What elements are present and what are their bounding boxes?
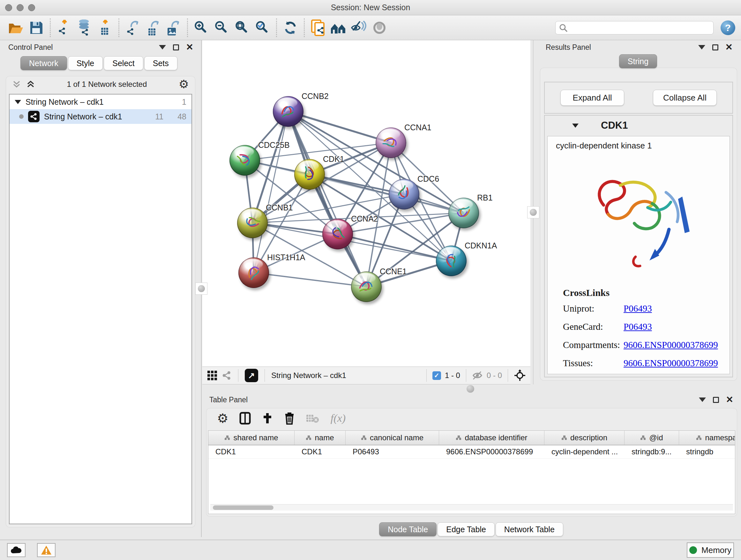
crosslink-link[interactable]: P06493 (623, 303, 652, 314)
zoom-selected-button[interactable] (253, 18, 273, 38)
import-table-button[interactable] (95, 18, 115, 38)
section-caret-icon[interactable] (572, 124, 579, 128)
tab-network[interactable]: Network (20, 56, 67, 70)
table-row[interactable]: CDK1CDK1P064939606.ENSP00000378699cyclin… (208, 445, 735, 459)
zoom-in-button[interactable] (191, 18, 212, 38)
tab-select[interactable]: Select (104, 56, 143, 70)
node-CCNA2[interactable] (322, 219, 353, 249)
collapse-all-icon[interactable] (12, 80, 21, 88)
toolbar-separator (50, 18, 51, 37)
save-session-button[interactable] (26, 18, 47, 38)
memory-button[interactable]: Memory (687, 543, 734, 558)
collection-label: String Network – cdk1 (25, 98, 104, 107)
documents-button[interactable] (308, 18, 328, 38)
zoom-out-button[interactable] (212, 18, 232, 38)
column-header-namespace[interactable]: namespace (679, 431, 735, 445)
tab-string[interactable]: String (619, 54, 657, 68)
import-from-database-button[interactable] (74, 18, 95, 38)
node-table: shared namenamecanonical namedatabase id… (208, 430, 735, 514)
search-input[interactable] (570, 23, 710, 32)
column-header-description[interactable]: description (544, 431, 624, 445)
tab-network-table[interactable]: Network Table (495, 522, 563, 537)
node-CCNB2[interactable] (273, 96, 304, 127)
function-builder-icon[interactable]: f(x) (331, 412, 346, 424)
panel-minimize-icon[interactable] (698, 45, 705, 50)
node-CCNA1[interactable] (376, 127, 406, 158)
export-table-button[interactable] (143, 18, 163, 38)
column-header-name[interactable]: name (294, 431, 346, 445)
table-horizontal-scrollbar[interactable] (210, 504, 733, 510)
panel-close-icon[interactable]: ✕ (725, 43, 733, 52)
refresh-button[interactable] (280, 18, 300, 38)
panel-float-icon[interactable] (713, 397, 719, 403)
control-panel-title: Control Panel (8, 43, 53, 52)
table-cell: stringdb (679, 445, 735, 458)
network-collection-row[interactable]: String Network – cdk1 1 (10, 95, 192, 109)
crosslink-label: GeneCard: (563, 321, 623, 332)
tab-sets[interactable]: Sets (144, 56, 178, 70)
node-RB1[interactable] (448, 198, 479, 228)
network-row[interactable]: String Network – cdk1 1148 (10, 109, 192, 124)
birdseye-navigator-icon[interactable] (514, 369, 526, 381)
export-network-button[interactable] (123, 18, 143, 38)
add-column-icon[interactable] (262, 412, 273, 425)
crosslink-link[interactable]: P06493 (623, 321, 652, 332)
caret-down-icon[interactable] (15, 100, 21, 104)
selected-checkbox-icon[interactable]: ✓ (432, 371, 441, 380)
network-list: String Network – cdk1 1 String Network –… (9, 94, 192, 524)
panel-minimize-icon[interactable] (159, 45, 166, 50)
show-columns-icon[interactable] (239, 412, 251, 425)
right-splitter-handle[interactable] (527, 206, 539, 219)
gear-icon[interactable]: ⚙ (179, 78, 189, 90)
delete-column-icon[interactable] (284, 412, 295, 425)
tab-node-table[interactable]: Node Table (379, 522, 436, 537)
grid-view-icon[interactable] (207, 370, 218, 381)
expand-all-button[interactable]: Expand All (560, 90, 624, 106)
node-CDC25B[interactable] (229, 145, 260, 176)
hidden-eye-icon[interactable] (472, 371, 483, 380)
network-share-icon[interactable] (222, 371, 232, 380)
panel-float-icon[interactable] (173, 44, 179, 51)
panel-minimize-icon[interactable] (699, 397, 706, 402)
tab-edge-table[interactable]: Edge Table (437, 522, 495, 537)
memory-label: Memory (701, 545, 731, 555)
tab-style[interactable]: Style (68, 56, 103, 70)
node-CCNB1[interactable] (237, 207, 268, 238)
node-CDKN1A[interactable] (436, 246, 467, 276)
crosslink-link[interactable]: 9606.ENSP00000378699 (623, 340, 718, 350)
node-CDK1[interactable] (294, 159, 325, 190)
node-CCNE1[interactable] (351, 271, 382, 302)
string-home-button[interactable] (328, 18, 349, 38)
column-header-canonical-name[interactable]: canonical name (346, 431, 439, 445)
detach-view-icon[interactable]: ↗ (245, 369, 258, 382)
export-image-button[interactable] (163, 18, 184, 38)
column-header-database-identifier[interactable]: database identifier (439, 431, 544, 445)
expand-all-icon[interactable] (26, 80, 35, 88)
results-panel: Results Panel ✕ String Expand All Collap… (536, 40, 741, 384)
zoom-fit-button[interactable] (232, 18, 253, 38)
panel-close-icon[interactable]: ✕ (726, 395, 733, 404)
crosslink-link[interactable]: 9606.ENSP00000378699 (623, 358, 718, 368)
left-splitter-handle[interactable] (195, 283, 207, 295)
warning-button[interactable] (37, 543, 56, 557)
import-network-button[interactable] (54, 18, 74, 38)
node-HIST1H1A[interactable] (239, 257, 269, 288)
node-label-CCNA1: CCNA1 (404, 123, 431, 132)
cloud-button[interactable] (7, 543, 25, 557)
network-canvas[interactable]: CCNB2CCNA1CDC25BCDK1CDC6RB1CCNB1CCNA2CDK… (202, 40, 530, 367)
table-options-gear-icon[interactable]: ⚙ (217, 412, 228, 425)
hide-button[interactable] (369, 18, 390, 38)
horizontal-splitter-handle[interactable] (467, 385, 474, 393)
help-button[interactable]: ? (721, 20, 735, 35)
column-header-shared-name[interactable]: shared name (208, 431, 294, 445)
delete-table-icon[interactable] (306, 413, 320, 424)
show-graphics-details-button[interactable] (349, 18, 369, 38)
node-CDC6[interactable] (389, 179, 419, 209)
collapse-all-button[interactable]: Collapse All (653, 90, 717, 106)
panel-float-icon[interactable] (712, 44, 718, 51)
panel-close-icon[interactable]: ✕ (186, 43, 193, 52)
network-view-toolbar: ↗ String Network – cdk1 ✓ 1 - 0 0 - 0 (202, 367, 530, 384)
column-header--id[interactable]: @id (624, 431, 679, 445)
open-session-button[interactable] (6, 18, 26, 38)
node-label-CCNA2: CCNA2 (351, 214, 378, 224)
